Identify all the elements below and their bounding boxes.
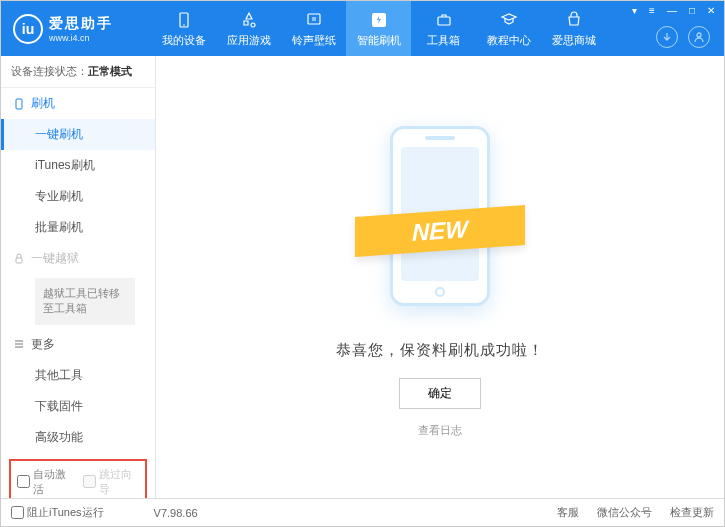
app-url: www.i4.cn xyxy=(49,33,113,43)
section-jailbreak: 一键越狱 xyxy=(1,243,155,274)
app-window: iu 爱思助手 www.i4.cn 我的设备 应用游戏 铃声壁纸 智能刷机 工具… xyxy=(0,0,725,527)
menu-icon[interactable]: ▾ xyxy=(629,5,640,16)
nav-smart-flash[interactable]: 智能刷机 xyxy=(346,1,411,56)
list-icon xyxy=(13,338,25,350)
apps-icon xyxy=(239,10,259,30)
close-icon[interactable]: ✕ xyxy=(704,5,718,16)
nav-tutorial[interactable]: 教程中心 xyxy=(476,1,541,56)
success-message: 恭喜您，保资料刷机成功啦！ xyxy=(336,341,544,360)
minimize-icon[interactable]: — xyxy=(664,5,680,16)
sidebar-item-othertools[interactable]: 其他工具 xyxy=(1,360,155,391)
sb-update[interactable]: 检查更新 xyxy=(670,505,714,520)
section-flash[interactable]: 刷机 xyxy=(1,88,155,119)
ok-button[interactable]: 确定 xyxy=(399,378,481,409)
phone-small-icon xyxy=(13,98,25,110)
store-icon xyxy=(564,10,584,30)
flash-icon xyxy=(369,10,389,30)
tutorial-icon xyxy=(499,10,519,30)
sidebar: 设备连接状态：正常模式 刷机 一键刷机 iTunes刷机 专业刷机 批量刷机 一… xyxy=(1,56,156,498)
sidebar-item-pro[interactable]: 专业刷机 xyxy=(1,181,155,212)
connection-status: 设备连接状态：正常模式 xyxy=(1,56,155,88)
device-icon xyxy=(174,10,194,30)
svg-point-1 xyxy=(183,24,185,26)
logo-area: iu 爱思助手 www.i4.cn xyxy=(1,14,151,44)
nav-ringtone[interactable]: 铃声壁纸 xyxy=(281,1,346,56)
view-log-link[interactable]: 查看日志 xyxy=(418,423,462,438)
section-more[interactable]: 更多 xyxy=(1,329,155,360)
sidebar-item-advanced[interactable]: 高级功能 xyxy=(1,422,155,453)
cb-block-itunes[interactable]: 阻止iTunes运行 xyxy=(11,505,104,520)
ringtone-icon xyxy=(304,10,324,30)
svg-rect-2 xyxy=(308,14,320,24)
nav-toolbox[interactable]: 工具箱 xyxy=(411,1,476,56)
logo-icon: iu xyxy=(13,14,43,44)
jailbreak-note: 越狱工具已转移至工具箱 xyxy=(35,278,135,325)
version-text: V7.98.66 xyxy=(154,507,198,519)
sidebar-item-oneclick[interactable]: 一键刷机 xyxy=(1,119,155,150)
status-bar: 阻止iTunes运行 V7.98.66 客服 微信公众号 检查更新 xyxy=(1,498,724,526)
main-content: NEW 恭喜您，保资料刷机成功啦！ 确定 查看日志 xyxy=(156,56,724,498)
window-controls: ▾ ≡ — □ ✕ xyxy=(629,5,718,16)
success-illustration: NEW xyxy=(365,116,515,316)
toolbox-icon xyxy=(434,10,454,30)
download-button[interactable] xyxy=(656,26,678,48)
sidebar-item-itunes[interactable]: iTunes刷机 xyxy=(1,150,155,181)
top-nav: 我的设备 应用游戏 铃声壁纸 智能刷机 工具箱 教程中心 爱思商城 xyxy=(151,1,606,56)
svg-point-5 xyxy=(697,33,701,37)
sb-service[interactable]: 客服 xyxy=(557,505,579,520)
options-icon[interactable]: ≡ xyxy=(646,5,658,16)
maximize-icon[interactable]: □ xyxy=(686,5,698,16)
sidebar-item-firmware[interactable]: 下载固件 xyxy=(1,391,155,422)
lock-icon xyxy=(13,253,25,265)
sidebar-item-batch[interactable]: 批量刷机 xyxy=(1,212,155,243)
nav-store[interactable]: 爱思商城 xyxy=(541,1,606,56)
cb-skip-guide[interactable]: 跳过向导 xyxy=(83,467,139,497)
cb-auto-activate[interactable]: 自动激活 xyxy=(17,467,73,497)
svg-rect-6 xyxy=(16,99,22,109)
title-bar: iu 爱思助手 www.i4.cn 我的设备 应用游戏 铃声壁纸 智能刷机 工具… xyxy=(1,1,724,56)
svg-rect-4 xyxy=(438,17,450,25)
sb-wechat[interactable]: 微信公众号 xyxy=(597,505,652,520)
svg-rect-7 xyxy=(16,258,22,263)
highlighted-options: 自动激活 跳过向导 xyxy=(9,459,147,498)
nav-apps[interactable]: 应用游戏 xyxy=(216,1,281,56)
new-banner: NEW xyxy=(355,205,525,257)
app-name: 爱思助手 xyxy=(49,15,113,33)
nav-my-devices[interactable]: 我的设备 xyxy=(151,1,216,56)
user-button[interactable] xyxy=(688,26,710,48)
